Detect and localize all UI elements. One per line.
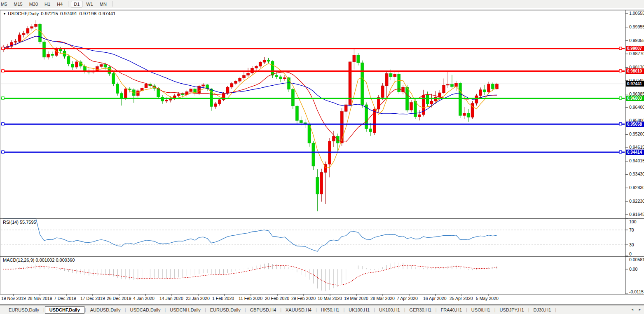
tab-usdcad-daily[interactable]: USDCAD,Daily: [126, 307, 164, 313]
tab-usdcnh-daily[interactable]: USDCNH,Daily: [166, 307, 204, 313]
tab-separator: |: [280, 307, 281, 312]
tab-gbpusd-h4[interactable]: GBPUSD,H4: [246, 307, 280, 313]
price-badge: 0.97441: [626, 81, 644, 87]
tab-scroll-left-icon[interactable]: ◂: [631, 307, 633, 312]
date-axis-label: 25 Apr 2020: [450, 296, 473, 301]
toolbar-separator: [112, 1, 112, 7]
tab-dj30-h1[interactable]: DJ30,H1: [530, 307, 555, 313]
date-axis-label: 28 Nov 2019: [28, 296, 52, 301]
tab-separator: |: [125, 307, 126, 312]
timeframe-button-d1[interactable]: D1: [71, 1, 82, 7]
tab-usoil-h1[interactable]: USOil,H1: [468, 307, 494, 313]
date-axis-label: 19 Nov 2019: [1, 296, 26, 301]
macd-axis-label: 0.00: [629, 267, 637, 272]
toolbar-separator: [68, 1, 68, 7]
rsi-indicator-label: RSI(14) 55.7595: [3, 220, 36, 225]
chart-title-open: 0.97215: [41, 11, 58, 16]
tab-ger30-h1[interactable]: GER30,H1: [406, 307, 435, 313]
timeframe-toolbar: M5M15M30H1H4D1W1MN: [0, 0, 644, 8]
rsi-axis-label: 30: [629, 242, 634, 247]
price-badge: 0.99007: [626, 46, 644, 51]
tab-eurusd-daily[interactable]: EURUSD,Daily: [206, 307, 244, 313]
date-axis-label: 16 Apr 2020: [423, 296, 447, 301]
tab-usdchf-daily[interactable]: USDCHF,Daily: [45, 306, 84, 314]
tab-separator: |: [466, 307, 467, 312]
price-axis-label: 0.94615: [629, 145, 644, 150]
date-axis-label: 1 Feb 2020: [212, 296, 234, 301]
tab-uk100-h1[interactable]: UK100,H1: [375, 307, 404, 313]
timeframe-button-h4[interactable]: H4: [54, 1, 66, 7]
tab-audusd-daily[interactable]: AUDUSD,Daily: [87, 307, 124, 313]
date-axis-label: 5 May 2020: [476, 296, 499, 301]
timeframe-button-h1[interactable]: H1: [42, 1, 53, 7]
price-badge: 0.98010: [626, 68, 644, 74]
tab-separator: |: [245, 307, 246, 312]
tab-separator: |: [494, 307, 496, 312]
date-axis-label: 29 Feb 2020: [291, 296, 316, 301]
tab-separator: |: [85, 307, 86, 312]
tab-fra40-h1[interactable]: FRA40,H1: [437, 307, 466, 313]
timeframe-button-mn[interactable]: MN: [97, 1, 110, 7]
timeframe-button-m5[interactable]: M5: [0, 1, 10, 7]
tab-eurusd-daily[interactable]: EURUSD,Daily: [5, 307, 43, 313]
tab-scroll-right-icon[interactable]: ▸: [639, 307, 641, 312]
price-badge: 0.95658: [626, 122, 644, 127]
price-axis-label: 0.93430: [629, 171, 644, 176]
price-axis-label: 0.92830: [629, 185, 644, 190]
date-axis-label: 28 Mar 2020: [370, 296, 395, 301]
chart-window: ▼USDCHF,Daily0.972150.974910.971980.9744…: [0, 8, 644, 305]
date-axis-label: 10 Mar 2020: [318, 296, 342, 301]
tab-separator: |: [316, 307, 317, 312]
price-axis-label: 0.91645: [629, 212, 644, 217]
date-axis-label: 17 Dec 2019: [80, 296, 105, 301]
tab-hk50-h1[interactable]: HK50,H1: [317, 307, 343, 313]
tab-uk100-h1[interactable]: UK100,H1: [345, 307, 373, 313]
macd-axis-label: -0.011514: [629, 289, 644, 294]
tab-xauusd-h4[interactable]: XAUUSD,H4: [282, 307, 315, 313]
date-axis-label: 4 Jan 2020: [133, 296, 155, 301]
date-axis-label: 19 Mar 2020: [344, 296, 368, 301]
rsi-axis-label: 0: [629, 251, 632, 256]
price-axis-label: 0.99355: [629, 38, 644, 43]
rsi-axis-label: 100: [629, 219, 637, 224]
tab-usdjpy-h1[interactable]: USDJPY,H1: [496, 307, 528, 313]
chart-tab-bar: EURUSD,Daily|USDCHF,Daily|AUDUSD,Daily|U…: [0, 305, 644, 314]
timeframe-buttons: M5M15M30H1H4D1W1MN: [0, 1, 115, 7]
price-axis-label: 1.00555: [629, 11, 644, 16]
price-badge: 0.96803: [626, 96, 644, 101]
macd-indicator-label: MACD(12,26,9) 0.001002 0.000360: [3, 258, 75, 262]
tab-separator: |: [43, 307, 44, 312]
price-axis-label: 0.99955: [629, 24, 644, 29]
date-axis-label: 20 Feb 2020: [265, 296, 289, 301]
price-axis-label: 0.95200: [629, 131, 644, 136]
chart-title-low: 0.97198: [79, 11, 96, 16]
date-axis-label: 14 Jan 2020: [159, 296, 183, 301]
symbol-dropdown-icon[interactable]: ▼: [3, 12, 6, 16]
macd-axis-label: 0.005818: [629, 257, 644, 262]
price-axis-label: 0.92230: [629, 199, 644, 204]
tab-separator: |: [164, 307, 166, 312]
date-axis-label: 7 Apr 2020: [397, 296, 418, 301]
tab-separator: |: [555, 307, 556, 312]
tab-separator: |: [343, 307, 344, 312]
tab-separator: |: [404, 307, 405, 312]
tab-separator: |: [374, 307, 375, 312]
timeframe-button-m30[interactable]: M30: [26, 1, 41, 7]
timeframe-button-m15[interactable]: M15: [11, 1, 25, 7]
price-axis-label: 0.94015: [629, 158, 644, 163]
date-axis-label: 11 Feb 2020: [239, 296, 262, 301]
date-axis-label: 7 Dec 2019: [54, 296, 76, 301]
price-badge: 0.94414: [626, 150, 644, 155]
chart-canvas[interactable]: [0, 8, 644, 305]
rsi-axis-label: 70: [629, 227, 634, 232]
tab-separator: |: [436, 307, 437, 312]
tab-separator: |: [528, 307, 529, 312]
date-axis-label: 26 Dec 2019: [107, 296, 131, 301]
timeframe-button-w1[interactable]: W1: [83, 1, 96, 7]
chart-title: ▼USDCHF,Daily0.972150.974910.971980.9744…: [3, 11, 118, 16]
date-axis-label: 23 Jan 2020: [186, 296, 210, 301]
price-axis-label: 0.96400: [629, 105, 644, 110]
chart-title-high: 0.97491: [60, 11, 77, 16]
chart-title-symbol: USDCHF,Daily: [8, 11, 39, 16]
tab-separator: |: [205, 307, 206, 312]
